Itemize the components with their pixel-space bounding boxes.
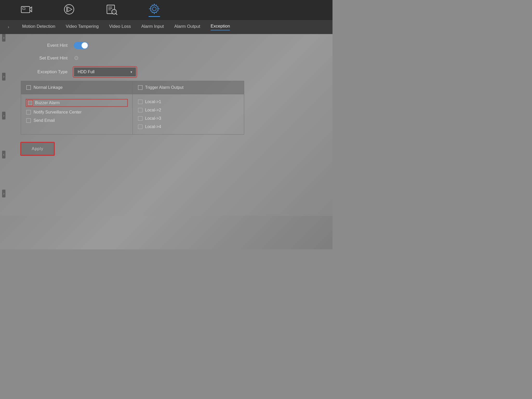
- buzzer-alarm-checkbox[interactable]: [28, 101, 32, 105]
- normal-linkage-label: Normal Linkage: [34, 85, 63, 90]
- send-email-checkbox-item[interactable]: Send Email: [26, 118, 127, 123]
- content-area: Event Hint Set Event Hint ⚙ Exception Ty…: [0, 34, 332, 216]
- buzzer-alarm-checkbox-item[interactable]: Buzzer Alarm: [26, 99, 127, 106]
- send-email-checkbox[interactable]: [26, 118, 31, 123]
- trigger-alarm-output-header: Trigger Alarm Output: [133, 81, 244, 94]
- camera-nav-icon[interactable]: [21, 4, 32, 17]
- tab-motion-detection[interactable]: Motion Detection: [22, 24, 55, 30]
- chevron-down-icon: ▾: [130, 70, 132, 74]
- local-output-1-label: Local->1: [145, 99, 161, 104]
- normal-linkage-header: Normal Linkage: [21, 81, 133, 94]
- local-output-3-item[interactable]: Local->3: [138, 116, 239, 121]
- search-nav-icon[interactable]: [106, 4, 117, 17]
- local-output-2-label: Local->2: [145, 108, 161, 112]
- set-event-hint-row: Set Event Hint ⚙: [21, 55, 317, 62]
- notify-surveillance-checkbox-item[interactable]: Notify Surveillance Center: [26, 110, 127, 115]
- event-hint-row: Event Hint: [21, 42, 317, 49]
- exception-type-value: HDD Full: [78, 70, 95, 74]
- trigger-alarm-output-checkbox-item[interactable]: Trigger Alarm Output: [138, 85, 239, 90]
- svg-marker-4: [68, 7, 72, 11]
- send-email-label: Send Email: [34, 118, 55, 123]
- settings-nav-icon[interactable]: [149, 3, 160, 17]
- local-output-4-checkbox[interactable]: [138, 124, 143, 129]
- set-event-hint-gear-icon[interactable]: ⚙: [74, 55, 79, 62]
- tab-exception[interactable]: Exception: [211, 24, 230, 30]
- tab-video-tampering[interactable]: Video Tampering: [66, 24, 99, 30]
- event-hint-label: Event Hint: [21, 43, 68, 48]
- event-hint-toggle[interactable]: [74, 42, 88, 49]
- icon-bar: [0, 0, 332, 20]
- notify-surveillance-checkbox[interactable]: [26, 110, 31, 115]
- sidebar-arrow-1[interactable]: ›: [2, 34, 5, 42]
- apply-button[interactable]: Apply: [21, 142, 54, 155]
- local-output-3-label: Local->3: [145, 116, 161, 121]
- local-output-2-checkbox[interactable]: [138, 108, 143, 112]
- table-header-row: Normal Linkage Trigger Alarm Output: [21, 81, 244, 94]
- sidebar-arrow-3[interactable]: ›: [2, 112, 5, 119]
- svg-rect-2: [23, 8, 25, 9]
- set-event-hint-label: Set Event Hint: [21, 56, 68, 61]
- tab-alarm-input[interactable]: Alarm Input: [141, 24, 164, 30]
- exception-type-dropdown[interactable]: HDD Full ▾: [74, 67, 136, 77]
- local-output-4-item[interactable]: Local->4: [138, 124, 239, 129]
- left-options-cell: Buzzer Alarm Notify Surveillance Center …: [21, 94, 133, 134]
- normal-linkage-checkbox-item[interactable]: Normal Linkage: [26, 85, 127, 90]
- local-output-3-checkbox[interactable]: [138, 116, 143, 121]
- local-output-1-item[interactable]: Local->1: [138, 99, 239, 104]
- playback-nav-icon[interactable]: [63, 4, 75, 17]
- local-output-2-item[interactable]: Local->2: [138, 108, 239, 112]
- right-options-cell: Local->1 Local->2 Local->3 Local->4: [133, 94, 244, 134]
- exception-type-label: Exception Type: [21, 69, 68, 75]
- trigger-alarm-output-checkbox[interactable]: [138, 85, 143, 90]
- left-sidebar: › › › ‹ ›: [0, 29, 8, 203]
- sidebar-arrow-2[interactable]: ›: [2, 73, 5, 81]
- exception-type-row: Exception Type HDD Full ▾: [21, 67, 317, 77]
- local-output-1-checkbox[interactable]: [138, 99, 143, 104]
- local-output-4-label: Local->4: [145, 124, 161, 129]
- sidebar-arrow-4[interactable]: ‹: [2, 151, 5, 158]
- trigger-alarm-output-label: Trigger Alarm Output: [145, 85, 184, 90]
- toggle-knob: [82, 42, 88, 49]
- table-content-row: Buzzer Alarm Notify Surveillance Center …: [21, 94, 244, 134]
- svg-line-8: [116, 13, 117, 15]
- notify-surveillance-label: Notify Surveillance Center: [34, 110, 82, 115]
- buzzer-alarm-label: Buzzer Alarm: [35, 101, 60, 105]
- linkage-table: Normal Linkage Trigger Alarm Output Bu: [21, 81, 244, 135]
- sidebar-collapse-arrow[interactable]: ›: [8, 25, 9, 29]
- svg-point-12: [152, 7, 156, 11]
- tab-video-loss[interactable]: Video Loss: [109, 24, 131, 30]
- sidebar-arrow-5[interactable]: ›: [2, 190, 5, 197]
- tab-bar: › Motion Detection Video Tampering Video…: [0, 20, 332, 34]
- normal-linkage-checkbox[interactable]: [26, 85, 31, 90]
- svg-rect-0: [21, 6, 30, 13]
- tab-alarm-output[interactable]: Alarm Output: [174, 24, 200, 30]
